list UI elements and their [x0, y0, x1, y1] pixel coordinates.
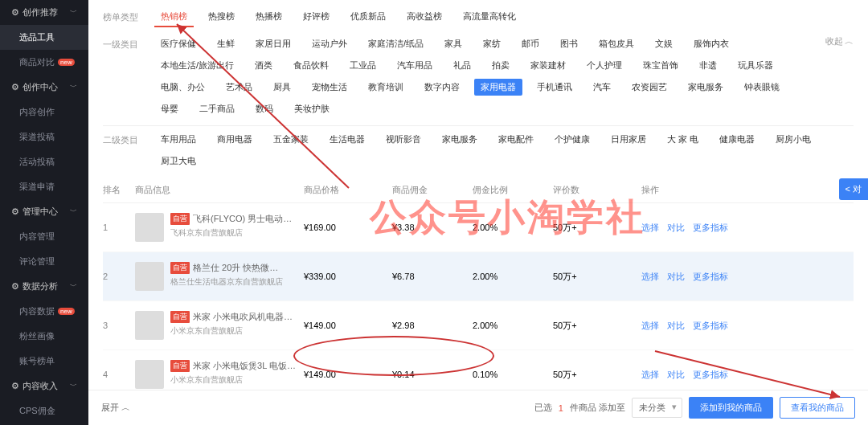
- rank-tab[interactable]: 高流量高转化: [457, 8, 522, 27]
- category-tag[interactable]: 工业品: [343, 57, 383, 74]
- category-tag[interactable]: 酒类: [248, 57, 279, 74]
- category-tag[interactable]: 家装建材: [524, 57, 572, 74]
- category-tag[interactable]: 宠物生活: [305, 79, 354, 96]
- op-link[interactable]: 对比: [667, 320, 685, 332]
- category-tag[interactable]: 农资园艺: [625, 79, 674, 96]
- product-title[interactable]: 格兰仕 20升 快热微…: [193, 262, 278, 274]
- product-thumbnail[interactable]: [135, 360, 164, 389]
- category-tag[interactable]: 数码: [249, 100, 280, 117]
- op-link[interactable]: 选择: [641, 271, 659, 283]
- subcategory-tag[interactable]: 生活电器: [323, 131, 371, 148]
- sidebar-item[interactable]: CPS佣金: [0, 398, 88, 423]
- category-tag[interactable]: 生鲜: [211, 35, 241, 52]
- subcategory-tag[interactable]: 大 家 电: [661, 131, 705, 148]
- category-tag[interactable]: 箱包皮具: [592, 35, 641, 52]
- rank-tab[interactable]: 高收益榜: [400, 8, 448, 27]
- category-tag[interactable]: 拍卖: [485, 57, 516, 74]
- category-tag[interactable]: 家纺: [477, 35, 507, 52]
- category-tag[interactable]: 汽车: [587, 79, 617, 96]
- subcategory-tag[interactable]: 五金家装: [267, 131, 315, 148]
- subcategory-tag[interactable]: 车用用品: [154, 131, 203, 148]
- op-link[interactable]: 选择: [641, 222, 659, 234]
- rank-tab[interactable]: 优质新品: [344, 8, 392, 27]
- product-title[interactable]: 飞科(FLYCO) 男士电动…: [193, 213, 292, 225]
- op-link[interactable]: 更多指标: [693, 369, 728, 381]
- category-tag[interactable]: 教育培训: [362, 79, 410, 96]
- category-tag[interactable]: 本地生活/旅游出行: [154, 57, 240, 74]
- rank-tab[interactable]: 好评榜: [297, 8, 336, 27]
- category-tag[interactable]: 家用电器: [474, 79, 522, 96]
- sidebar-item[interactable]: 评论管理: [0, 249, 88, 274]
- sidebar-item[interactable]: 商品对比new: [0, 50, 88, 75]
- sidebar-item[interactable]: ⚙数据分析﹀: [0, 274, 88, 299]
- subcategory-tag[interactable]: 家电配件: [492, 131, 540, 148]
- category-tag[interactable]: 家庭清洁/纸品: [362, 35, 430, 52]
- product-title[interactable]: 米家 小米电吹风机电器…: [193, 311, 293, 323]
- product-thumbnail[interactable]: [135, 262, 164, 291]
- subcategory-tag[interactable]: 厨房小电: [769, 131, 817, 148]
- sidebar-item[interactable]: 内容管理: [0, 224, 88, 249]
- op-link[interactable]: 更多指标: [693, 271, 728, 283]
- sidebar-item[interactable]: 粉丝画像: [0, 324, 88, 349]
- category-tag[interactable]: 非遗: [693, 57, 723, 74]
- category-tag[interactable]: 家电服务: [682, 79, 730, 96]
- view-products-button[interactable]: 查看我的商品: [780, 397, 855, 419]
- op-link[interactable]: 选择: [641, 369, 659, 381]
- category-tag[interactable]: 玩具乐器: [731, 57, 780, 74]
- add-to-products-button[interactable]: 添加到我的商品: [689, 397, 773, 419]
- rank-tab[interactable]: 热销榜: [154, 8, 194, 27]
- category-tag[interactable]: 珠宝首饰: [637, 57, 685, 74]
- product-thumbnail[interactable]: [135, 311, 164, 340]
- category-tag[interactable]: 服饰内衣: [687, 35, 735, 52]
- category-tag[interactable]: 电脑、办公: [154, 79, 211, 96]
- subcategory-tag[interactable]: 日用家居: [604, 131, 653, 148]
- subcategory-tag[interactable]: 视听影音: [379, 131, 428, 148]
- category-tag[interactable]: 数字内容: [418, 79, 466, 96]
- category-tag[interactable]: 图书: [554, 35, 584, 52]
- category-tag[interactable]: 汽车用品: [391, 57, 439, 74]
- expand-button[interactable]: 展开 ︿: [101, 402, 130, 414]
- rank-tab[interactable]: 热搜榜: [202, 8, 241, 27]
- sidebar-item[interactable]: 渠道申请: [0, 174, 88, 199]
- sidebar-item[interactable]: 活动投稿: [0, 149, 88, 174]
- subcategory-tag[interactable]: 家电服务: [436, 131, 484, 148]
- subcategory-tag[interactable]: 厨卫大电: [154, 153, 203, 170]
- sidebar-item[interactable]: ⚙创作中心﹀: [0, 75, 88, 100]
- sidebar-item[interactable]: ⚙创作推荐﹀: [0, 0, 88, 25]
- category-tag[interactable]: 手机通讯: [530, 79, 579, 96]
- category-tag[interactable]: 医疗保健: [154, 35, 203, 52]
- category-tag[interactable]: 个人护理: [580, 57, 628, 74]
- compare-side-tab[interactable]: < 对: [839, 178, 868, 200]
- collapse-link[interactable]: 收起 ︿: [825, 35, 854, 47]
- category-select[interactable]: 未分类: [632, 398, 682, 418]
- sidebar-item[interactable]: 渠道投稿: [0, 125, 88, 149]
- sidebar-item[interactable]: 内容创作: [0, 100, 88, 125]
- subcategory-tag[interactable]: 个护健康: [548, 131, 596, 148]
- product-thumbnail[interactable]: [135, 213, 164, 242]
- op-link[interactable]: 对比: [667, 222, 685, 234]
- category-tag[interactable]: 邮币: [515, 35, 546, 52]
- op-link[interactable]: 更多指标: [693, 222, 728, 234]
- op-link[interactable]: 选择: [641, 320, 659, 332]
- product-title[interactable]: 米家 小米电饭煲3L 电饭…: [193, 360, 296, 372]
- sidebar-item[interactable]: ⚙管理中心﹀: [0, 199, 88, 224]
- category-tag[interactable]: 礼品: [447, 57, 477, 74]
- rank-tab[interactable]: 热播榜: [249, 8, 289, 27]
- sidebar-item[interactable]: 选品工具: [0, 25, 88, 50]
- category-tag[interactable]: 艺术品: [219, 79, 259, 96]
- op-link[interactable]: 对比: [667, 271, 685, 283]
- category-tag[interactable]: 钟表眼镜: [738, 79, 786, 96]
- op-link[interactable]: 对比: [667, 369, 685, 381]
- category-tag[interactable]: 家具: [438, 35, 469, 52]
- category-tag[interactable]: 家居日用: [249, 35, 297, 52]
- category-tag[interactable]: 美妆护肤: [288, 100, 336, 117]
- sidebar-item[interactable]: 内容数据new: [0, 299, 88, 324]
- sidebar-item[interactable]: 账号榜单: [0, 349, 88, 374]
- category-tag[interactable]: 食品饮料: [287, 57, 335, 74]
- category-tag[interactable]: 文娱: [649, 35, 679, 52]
- subcategory-tag[interactable]: 商用电器: [211, 131, 259, 148]
- category-tag[interactable]: 厨具: [267, 79, 297, 96]
- op-link[interactable]: 更多指标: [693, 320, 728, 332]
- category-tag[interactable]: 运动户外: [305, 35, 354, 52]
- category-tag[interactable]: 母婴: [154, 100, 185, 117]
